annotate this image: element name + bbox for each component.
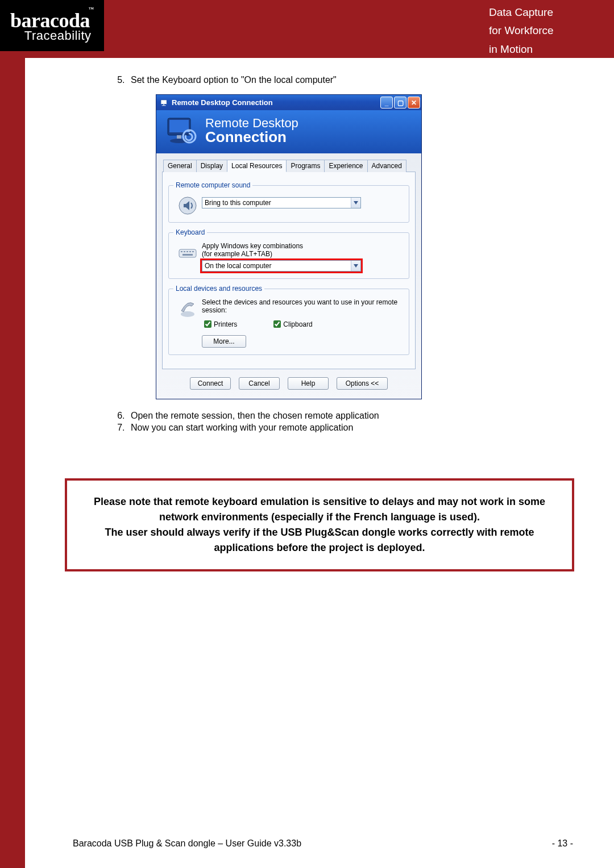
group-local-devices: Local devices and resources Select the d… <box>168 285 409 355</box>
tab-programs[interactable]: Programs <box>286 160 325 172</box>
tab-local-resources[interactable]: Local Resources <box>227 160 287 172</box>
screenshot-container: Remote Desktop Connection _ ▢ ✕ <box>65 94 574 399</box>
keyboard-select[interactable]: On the local computer <box>202 260 361 272</box>
close-icon: ✕ <box>411 99 417 106</box>
cancel-button[interactable]: Cancel <box>239 377 280 390</box>
logo-main-text: baracoda <box>10 9 90 32</box>
rdc-banner-icon <box>164 115 198 147</box>
rdc-tabstrip: General Display Local Resources Programs… <box>162 159 416 172</box>
group-remote-sound: Remote computer sound Bring to this comp… <box>168 181 409 223</box>
tagline-line: in Motion <box>489 40 580 59</box>
tagline-line: Data Capture <box>489 3 580 22</box>
rdc-title-text: Remote Desktop Connection <box>172 98 380 107</box>
rdc-window: Remote Desktop Connection _ ▢ ✕ <box>156 94 422 399</box>
clipboard-checkbox-input[interactable] <box>273 320 281 328</box>
step-6: Open the remote session, then the chosen… <box>127 411 574 421</box>
svg-marker-18 <box>354 264 358 268</box>
svg-point-19 <box>181 311 194 317</box>
rdc-button-row: Connect Cancel Help Options << <box>162 369 416 393</box>
printers-checkbox-input[interactable] <box>204 320 211 328</box>
svg-rect-12 <box>181 251 182 252</box>
rdc-tab-panel: Remote computer sound Bring to this comp… <box>162 172 416 369</box>
brand-logo: baracoda™ Traceability <box>0 0 104 51</box>
maximize-button[interactable]: ▢ <box>394 97 406 108</box>
tab-advanced[interactable]: Advanced <box>367 160 406 172</box>
note-paragraph-1: Please note that remote keyboard emulati… <box>78 494 561 525</box>
svg-rect-2 <box>162 105 166 106</box>
plug-icon <box>173 298 202 319</box>
step-list: Set the Keyboard option to "On the local… <box>110 75 574 85</box>
page-footer: Baracoda USB Plug & Scan dongle – User G… <box>73 838 573 849</box>
tagline: Data Capture for Workforce in Motion <box>489 0 614 58</box>
tab-general[interactable]: General <box>163 160 197 172</box>
warning-note: Please note that remote keyboard emulati… <box>65 478 574 571</box>
step-list-cont: Open the remote session, then the chosen… <box>110 411 574 433</box>
group-keyboard: Keyboard Apply Windows key combinations … <box>168 228 409 279</box>
keyboard-select-value: On the local computer <box>205 262 271 270</box>
speaker-icon <box>173 195 202 215</box>
printers-label: Printers <box>214 320 237 328</box>
minimize-button[interactable]: _ <box>380 97 393 108</box>
svg-rect-5 <box>177 135 181 139</box>
svg-rect-11 <box>179 249 196 257</box>
chevron-down-icon <box>351 198 360 208</box>
svg-rect-17 <box>182 254 193 256</box>
svg-rect-13 <box>184 251 185 252</box>
connect-button[interactable]: Connect <box>190 377 231 390</box>
chevron-down-icon <box>351 261 360 271</box>
window-controls: _ ▢ ✕ <box>380 97 420 108</box>
options-button[interactable]: Options << <box>337 377 388 390</box>
note-paragraph-2: The user should always verify if the USB… <box>78 525 561 556</box>
footer-page-number: - 13 - <box>552 838 573 849</box>
keyboard-icon <box>173 242 202 262</box>
close-button[interactable]: ✕ <box>408 97 420 108</box>
document-page: baracoda™ Traceability Data Capture for … <box>0 0 614 868</box>
keyboard-desc-l2: (for example ALT+TAB) <box>202 250 404 258</box>
clipboard-checkbox[interactable]: Clipboard <box>271 319 312 329</box>
step-5: Set the Keyboard option to "On the local… <box>127 75 574 85</box>
rdc-banner-line2: Connection <box>205 128 298 146</box>
help-button[interactable]: Help <box>288 377 329 390</box>
tab-experience[interactable]: Experience <box>324 160 367 172</box>
footer-doc-title: Baracoda USB Plug & Scan dongle – User G… <box>73 838 301 849</box>
left-margin-strip <box>0 58 25 868</box>
svg-marker-10 <box>354 201 358 205</box>
tagline-line: for Workforce <box>489 22 580 40</box>
group-remote-sound-legend: Remote computer sound <box>173 181 252 189</box>
keyboard-desc-l1: Apply Windows key combinations <box>202 242 404 250</box>
maximize-icon: ▢ <box>397 99 404 106</box>
rdc-titlebar[interactable]: Remote Desktop Connection _ ▢ ✕ <box>156 95 421 110</box>
clipboard-label: Clipboard <box>283 320 312 328</box>
tab-display[interactable]: Display <box>196 160 227 172</box>
group-local-devices-legend: Local devices and resources <box>173 285 264 293</box>
rdc-app-icon <box>160 98 169 107</box>
minimize-icon: _ <box>385 99 389 106</box>
logo-trademark: ™ <box>89 6 94 12</box>
svg-rect-0 <box>161 99 167 104</box>
sound-select[interactable]: Bring to this computer <box>202 197 361 208</box>
rdc-banner-text: Remote Desktop Connection <box>205 116 298 146</box>
sound-select-value: Bring to this computer <box>205 199 271 207</box>
rdc-body: General Display Local Resources Programs… <box>156 153 421 399</box>
svg-rect-16 <box>192 251 194 252</box>
group-keyboard-legend: Keyboard <box>173 228 207 236</box>
devices-desc: Select the devices and resources you wan… <box>202 298 404 314</box>
printers-checkbox[interactable]: Printers <box>202 319 237 329</box>
more-button[interactable]: More... <box>202 335 246 348</box>
svg-rect-15 <box>189 251 191 252</box>
svg-rect-14 <box>186 251 188 252</box>
header-bar: baracoda™ Traceability Data Capture for … <box>0 0 614 58</box>
step-7: Now you can start working with your remo… <box>127 423 574 433</box>
rdc-banner: Remote Desktop Connection <box>156 110 421 153</box>
svg-rect-1 <box>163 104 164 105</box>
page-content: Set the Keyboard option to "On the local… <box>25 58 614 589</box>
